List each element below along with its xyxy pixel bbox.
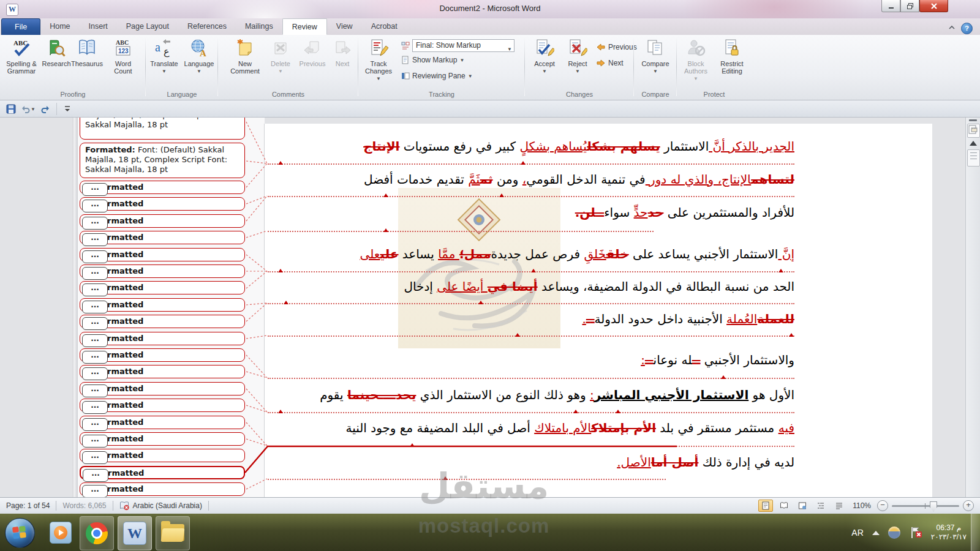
previous-comment-button[interactable]: Previous bbox=[296, 38, 328, 67]
balloon-ellipsis-chip[interactable]: ... bbox=[82, 267, 108, 280]
balloon-ellipsis-chip[interactable]: ... bbox=[82, 250, 108, 263]
web-layout-view-button[interactable] bbox=[795, 500, 810, 512]
action-center-flag-icon[interactable] bbox=[909, 526, 922, 539]
translate-button[interactable]: aع Translate ▼ bbox=[148, 38, 181, 75]
formatted-balloon-collapsed[interactable]: ...rmatted bbox=[80, 315, 245, 328]
formatted-balloon-collapsed[interactable]: ...rmatted bbox=[80, 231, 245, 244]
word-count-button[interactable]: ABC123 Word Count bbox=[108, 38, 138, 75]
minimize-button[interactable] bbox=[881, 0, 900, 12]
block-authors-button[interactable]: Block Authors ▼ bbox=[678, 38, 714, 83]
view-ruler-button[interactable] bbox=[967, 124, 980, 138]
formatted-balloon-collapsed[interactable]: ...rmatted bbox=[80, 197, 245, 211]
balloon-ellipsis-chip[interactable]: ... bbox=[82, 435, 108, 448]
document-text-line[interactable]: الحد من نسبة البطالة في الدولة المضيفة، … bbox=[268, 276, 794, 297]
zoom-in-button[interactable]: + bbox=[963, 500, 974, 511]
qat-customize-icon[interactable] bbox=[63, 105, 72, 113]
keyboard-language-indicator[interactable]: AR bbox=[851, 528, 863, 538]
show-desktop-button[interactable] bbox=[971, 514, 980, 551]
document-text-line[interactable]: فيه مستثمر مستقر في بلد الأم بإمتلاكالأم… bbox=[268, 418, 794, 438]
document-text-line[interactable]: إنَّ الاستثمار الأجنبي يساعد على خلقخَلق… bbox=[268, 244, 794, 264]
balloon-ellipsis-chip[interactable]: ... bbox=[82, 367, 108, 380]
formatted-balloon-collapsed[interactable]: ...rmatted bbox=[80, 298, 245, 312]
balloon-ellipsis-chip[interactable]: ... bbox=[82, 217, 108, 230]
help-button[interactable]: ? bbox=[961, 23, 973, 34]
document-text-line[interactable]: للأفراد والمستثمرين على حدحدٍّ سواءــلن. bbox=[268, 202, 794, 223]
new-comment-button[interactable]: New Comment bbox=[227, 38, 263, 75]
tab-page-layout[interactable]: Page Layout bbox=[117, 18, 178, 35]
close-button[interactable] bbox=[919, 0, 948, 12]
network-tray-icon[interactable] bbox=[888, 527, 900, 539]
print-layout-view-button[interactable] bbox=[758, 500, 773, 512]
thesaurus-button[interactable]: Thesaurus bbox=[70, 38, 104, 67]
next-comment-button[interactable]: Next bbox=[331, 38, 354, 67]
formatted-balloon-collapsed[interactable]: ...rmatted bbox=[80, 332, 245, 345]
taskbar-word[interactable]: W bbox=[118, 516, 152, 550]
formatted-balloon-clipped[interactable]: Majalla, 18 pt, Complex Script Font: Sak… bbox=[80, 118, 245, 140]
research-button[interactable]: Research bbox=[42, 38, 71, 67]
balloon-ellipsis-chip[interactable]: ... bbox=[83, 469, 108, 482]
restrict-editing-button[interactable]: Restrict Editing bbox=[715, 38, 749, 75]
balloon-ellipsis-chip[interactable]: ... bbox=[82, 183, 108, 196]
balloon-ellipsis-chip[interactable]: ... bbox=[82, 317, 108, 330]
tab-home[interactable]: Home bbox=[40, 18, 79, 35]
formatted-balloon-collapsed[interactable]: ...rmatted bbox=[80, 466, 245, 479]
proofing-status[interactable]: Arabic (Saudi Arabia) bbox=[113, 498, 208, 514]
language-button[interactable]: A Language ▼ bbox=[183, 38, 216, 75]
page-indicator[interactable]: Page: 1 of 54 bbox=[0, 498, 56, 514]
zoom-out-button[interactable]: − bbox=[877, 500, 888, 511]
formatted-balloon-collapsed[interactable]: ...rmatted bbox=[80, 399, 245, 412]
tab-view[interactable]: View bbox=[327, 18, 362, 35]
document-text-line[interactable]: الأول هو الاستثمار الأجنبي المباشر: وهو … bbox=[268, 384, 794, 405]
redo-icon[interactable] bbox=[40, 104, 50, 114]
spelling-grammar-button[interactable]: ABC Spelling & Grammar bbox=[2, 38, 40, 75]
next-change-button[interactable]: Next bbox=[596, 58, 624, 68]
document-viewport[interactable]: الجدير بالذكر أنَّ الاستثمار يسلهم بشكلي… bbox=[0, 118, 980, 497]
vertical-scrollbar[interactable] bbox=[965, 118, 980, 497]
taskbar-chrome[interactable] bbox=[80, 516, 114, 550]
balloon-ellipsis-chip[interactable]: ... bbox=[82, 283, 108, 296]
balloon-ellipsis-chip[interactable]: ... bbox=[82, 384, 108, 397]
formatted-balloon-collapsed[interactable]: ...rmatted bbox=[80, 348, 245, 362]
zoom-slider-thumb[interactable] bbox=[930, 501, 937, 512]
formatted-balloon-collapsed[interactable]: ...rmatted bbox=[80, 248, 245, 261]
start-button[interactable] bbox=[5, 518, 35, 548]
tab-review[interactable]: Review bbox=[282, 18, 327, 35]
balloon-ellipsis-chip[interactable]: ... bbox=[82, 418, 108, 431]
formatted-balloon-collapsed[interactable]: ...rmatted bbox=[80, 214, 245, 228]
split-handle[interactable] bbox=[969, 119, 977, 121]
formatted-balloon-expanded[interactable]: Formatted: Font: (Default) Sakkal Majall… bbox=[80, 143, 245, 178]
undo-caret-icon[interactable]: ▼ bbox=[31, 107, 36, 112]
formatted-balloon-collapsed[interactable]: ...rmatted bbox=[80, 181, 245, 194]
zoom-slider[interactable] bbox=[892, 505, 959, 507]
balloon-ellipsis-chip[interactable]: ... bbox=[82, 301, 108, 313]
previous-change-button[interactable]: Previous bbox=[596, 42, 637, 52]
display-for-review-combo[interactable]: Final: Show Markup▼ bbox=[412, 39, 514, 52]
track-changes-button[interactable]: Track Changes ▼ bbox=[360, 38, 398, 83]
show-markup-button[interactable]: Show Markup ▼ bbox=[401, 56, 464, 64]
delete-comment-button[interactable]: Delete ▼ bbox=[267, 38, 294, 75]
accept-button[interactable]: Accept ▼ bbox=[529, 38, 560, 75]
undo-button[interactable]: ▼ bbox=[21, 104, 36, 114]
taskbar-media-player[interactable] bbox=[44, 516, 77, 549]
scroll-up-arrow[interactable] bbox=[970, 141, 977, 146]
scrollbar-thumb[interactable] bbox=[967, 149, 980, 167]
compare-button[interactable]: Compare ▼ bbox=[638, 38, 673, 75]
reviewing-pane-button[interactable]: Reviewing Pane ▼ bbox=[401, 72, 473, 80]
balloon-ellipsis-chip[interactable]: ... bbox=[82, 485, 108, 497]
balloon-ellipsis-chip[interactable]: ... bbox=[82, 200, 108, 212]
document-text-line[interactable]: والاستثمار الأجنبي ــله نوعانــ: bbox=[268, 350, 794, 370]
tab-file[interactable]: File bbox=[1, 18, 40, 35]
formatted-balloon-collapsed[interactable]: ...rmatted bbox=[80, 432, 245, 446]
formatted-balloon-collapsed[interactable]: ...rmatted bbox=[80, 449, 245, 462]
formatted-balloon-collapsed[interactable]: ...rmatted bbox=[80, 264, 245, 278]
document-text-line[interactable]: الجدير بالذكر أنَّ الاستثمار يسلهم بشكلي… bbox=[268, 136, 794, 157]
document-text-line[interactable]: للعملةالعُملة الأجنبية داخل حدود الدولةـ… bbox=[268, 309, 794, 329]
tab-mailings[interactable]: Mailings bbox=[236, 18, 282, 35]
balloon-ellipsis-chip[interactable]: ... bbox=[82, 351, 108, 364]
tab-acrobat[interactable]: Acrobat bbox=[362, 18, 407, 35]
hidden-icons-arrow[interactable] bbox=[872, 531, 880, 535]
reject-button[interactable]: Reject ▼ bbox=[563, 38, 592, 75]
taskbar-explorer[interactable] bbox=[156, 516, 190, 550]
balloon-ellipsis-chip[interactable]: ... bbox=[82, 401, 108, 414]
word-count-indicator[interactable]: Words: 6,065 bbox=[56, 498, 112, 514]
